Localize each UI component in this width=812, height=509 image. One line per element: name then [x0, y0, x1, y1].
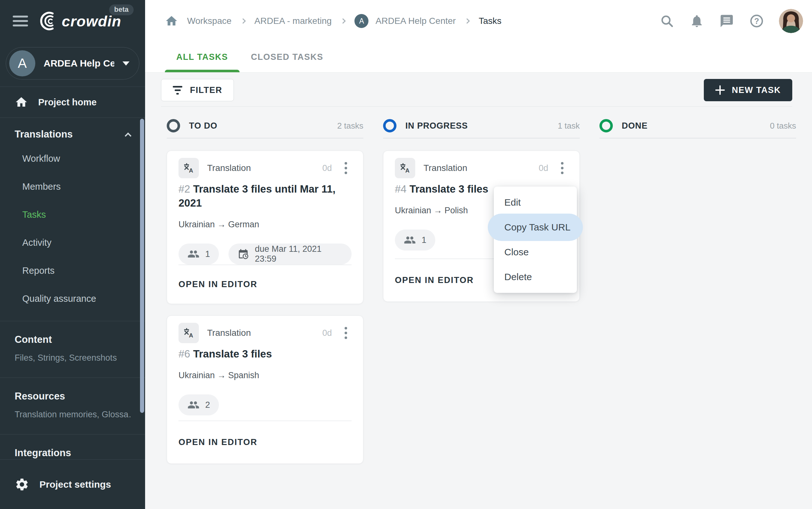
translation-icon: A [178, 323, 199, 343]
column-label: TO DO [189, 121, 217, 131]
section-subtitle: Translation memories, Glossa… [14, 410, 131, 419]
menu-item-copy-task-url[interactable]: Copy Task URL [494, 215, 577, 240]
status-circle-icon [599, 119, 613, 132]
status-circle-icon [383, 119, 396, 132]
notifications-bell-icon[interactable] [689, 13, 704, 29]
task-title[interactable]: #6 Translate 3 files [178, 347, 352, 361]
breadcrumb-current-page: Tasks [479, 16, 501, 26]
menu-icon[interactable] [13, 13, 28, 29]
menu-item-close[interactable]: Close [494, 240, 577, 265]
people-icon [404, 234, 416, 246]
sidebar-item-project-settings[interactable]: Project settings [0, 459, 145, 509]
column-to-do: TO DO 2 tasks [167, 118, 363, 464]
section-title: Integrations [14, 447, 131, 459]
tab-all-tasks[interactable]: ALL TASKS [165, 42, 240, 72]
task-context-menu: Edit Copy Task URL Close Delete [494, 186, 577, 293]
main-area: Workspace ARDEA - marketing A ARDEA Help… [145, 0, 812, 509]
svg-text:A: A [189, 167, 193, 174]
crowdin-logo[interactable]: crowdin [39, 11, 121, 31]
task-card[interactable]: A Translation 0d #6 Translate 3 files [167, 315, 363, 464]
sidebar-item-quality-assurance[interactable]: Quality assurance [0, 284, 145, 313]
sidebar-section-content[interactable]: Content Files, Strings, Screenshots [0, 321, 145, 377]
filter-icon [173, 86, 182, 95]
task-languages: Ukrainian → Spanish [178, 371, 352, 380]
sidebar: crowdin beta A ARDEA Help Cen… Project h… [0, 0, 145, 509]
messages-icon[interactable] [719, 13, 734, 29]
filter-button-label: FILTER [190, 85, 222, 95]
svg-text:A: A [405, 167, 410, 174]
sidebar-item-members[interactable]: Members [0, 173, 145, 201]
assignees-chip[interactable]: 1 [395, 230, 435, 250]
beta-badge: beta [109, 4, 134, 15]
column-header: TO DO 2 tasks [167, 118, 363, 133]
filter-button[interactable]: FILTER [161, 79, 234, 101]
svg-text:A: A [189, 332, 193, 339]
sidebar-item-tasks[interactable]: Tasks [0, 201, 145, 229]
active-tab-underline [165, 70, 240, 72]
menu-item-edit[interactable]: Edit [494, 190, 577, 215]
home-icon[interactable] [165, 14, 178, 28]
task-type: Translation [424, 163, 467, 173]
kanban-board: TO DO 2 tasks [167, 118, 796, 464]
due-date-label: due Mar 11, 2021 23:59 [255, 244, 343, 264]
gear-icon [14, 477, 29, 492]
kebab-menu-icon[interactable] [340, 325, 352, 341]
divider [161, 106, 792, 107]
sidebar-item-reports[interactable]: Reports [0, 257, 145, 284]
column-done: DONE 0 tasks [599, 118, 796, 464]
task-title[interactable]: #2 Translate 3 files until Mar 11, 2021 [178, 182, 352, 210]
open-in-editor-link[interactable]: OPEN IN EDITOR [395, 275, 474, 285]
section-title: Translations [14, 129, 73, 140]
task-id: #6 [178, 348, 190, 360]
breadcrumb-workspace[interactable]: Workspace [187, 16, 232, 26]
chevron-right-icon [464, 19, 470, 24]
sidebar-scrollbar[interactable] [140, 119, 144, 413]
tasks-tabs: ALL TASKS CLOSED TASKS [145, 42, 812, 72]
sidebar-section-resources[interactable]: Resources Translation memories, Glossa… [0, 377, 145, 434]
assignees-chip[interactable]: 1 [178, 243, 219, 265]
project-name: ARDEA Help Cen… [44, 58, 114, 69]
sidebar-section-translations: Translations Workflow Members Tasks Acti… [0, 118, 145, 321]
project-avatar: A [9, 50, 35, 76]
breadcrumb-project[interactable]: ARDEA Help Center [376, 16, 456, 26]
breadcrumb-group[interactable]: ARDEA - marketing [254, 16, 332, 26]
plus-icon [715, 85, 725, 95]
due-date-chip[interactable]: due Mar 11, 2021 23:59 [228, 243, 352, 265]
project-selector[interactable]: A ARDEA Help Cen… [6, 47, 139, 79]
user-avatar[interactable] [779, 9, 803, 33]
search-icon[interactable] [659, 13, 675, 29]
sidebar-header: crowdin beta [0, 0, 145, 42]
assignees-chip[interactable]: 2 [178, 395, 219, 415]
kebab-menu-icon[interactable] [557, 160, 568, 176]
task-name: Translate 3 files until Mar 11, 2021 [178, 183, 336, 209]
new-task-button[interactable]: NEW TASK [704, 79, 792, 101]
sidebar-item-activity[interactable]: Activity [0, 229, 145, 257]
translations-section-header[interactable]: Translations [0, 129, 145, 140]
section-subtitle: Files, Strings, Screenshots [14, 353, 131, 363]
kebab-menu-icon[interactable] [340, 160, 352, 176]
column-label: IN PROGRESS [405, 121, 468, 131]
divider [167, 138, 363, 138]
task-card[interactable]: A Translation 0d #2 Translate 3 files un… [167, 150, 363, 304]
menu-item-delete[interactable]: Delete [494, 265, 577, 290]
translation-icon: A [178, 158, 199, 178]
column-count: 1 task [558, 121, 580, 131]
open-in-editor-link[interactable]: OPEN IN EDITOR [178, 279, 257, 290]
sidebar-item-project-home[interactable]: Project home [0, 87, 145, 117]
breadcrumb: Workspace ARDEA - marketing A ARDEA Help… [165, 14, 501, 28]
task-age: 0d [322, 328, 332, 338]
assignees-count: 1 [205, 249, 210, 259]
sidebar-item-label: Project settings [39, 479, 111, 490]
crowdin-logo-mark [39, 11, 59, 31]
section-title: Resources [14, 391, 131, 402]
sidebar-item-workflow[interactable]: Workflow [0, 144, 145, 173]
sidebar-item-label: Project home [38, 97, 97, 108]
tab-label: ALL TASKS [176, 52, 228, 62]
chevron-right-icon [240, 19, 246, 24]
breadcrumb-project-avatar: A [354, 14, 368, 28]
divider [383, 138, 580, 138]
open-in-editor-link[interactable]: OPEN IN EDITOR [178, 437, 257, 447]
tab-closed-tasks[interactable]: CLOSED TASKS [240, 42, 335, 72]
help-icon[interactable]: ? [749, 13, 764, 29]
topbar-icons: ? [659, 9, 803, 33]
